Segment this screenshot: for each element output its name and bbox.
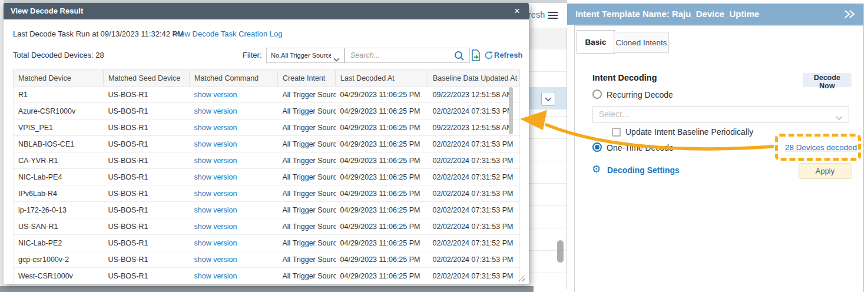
screen: fresh Intent Template Name: Raju_Device_…	[0, 0, 868, 292]
matched-command-cell: show version	[190, 120, 278, 136]
matched-command-cell: show version	[190, 218, 278, 235]
show-version-link[interactable]: show version	[194, 190, 237, 198]
column-header[interactable]: Baseline Data Updated At	[428, 70, 520, 87]
column-header[interactable]: Matched Device	[14, 70, 104, 87]
show-version-link[interactable]: show version	[194, 140, 237, 148]
last-decoded-cell: 04/29/2023 11:06:25 PM	[336, 235, 428, 251]
chevron-down-icon	[333, 54, 340, 64]
matched-device-cell: NBLAB-IOS-CE1	[14, 136, 104, 152]
table-row[interactable]: NBLAB-IOS-CE1US-BOS-R1show versionAll Tr…	[14, 136, 520, 152]
matched-command-cell: show version	[190, 268, 278, 284]
matched-device-cell: NIC-Lab-PE4	[14, 169, 104, 185]
table-row[interactable]: gcp-csr1000v-2US-BOS-R1show versionAll T…	[14, 251, 520, 268]
decode-table: Matched DeviceMatched Seed DeviceMatched…	[13, 69, 520, 284]
table-row[interactable]: US-SAN-R1US-BOS-R1show versionAll Trigge…	[14, 218, 520, 235]
column-header[interactable]: Last Decoded At	[336, 70, 428, 87]
devices-decoded-link[interactable]: 28 Devices decoded	[785, 143, 857, 152]
search-input[interactable]	[345, 48, 456, 62]
matched-device-cell: VPIS_PE1	[14, 120, 104, 136]
panel-header: Intent Template Name: Raju_Device_Uptime	[567, 4, 863, 25]
baseline-updated-cell: 09/22/2023 12:51:58 AM	[428, 87, 520, 103]
matched-device-cell: CA-YVR-R1	[14, 152, 104, 169]
table-row[interactable]: West-CSR1000vUS-BOS-R1show versionAll Tr…	[14, 268, 520, 284]
refresh-link[interactable]: Refresh	[494, 51, 522, 59]
show-version-link[interactable]: show version	[194, 256, 237, 264]
close-icon[interactable]: ×	[511, 5, 523, 17]
show-version-link[interactable]: show version	[194, 223, 237, 231]
last-decoded-cell: 04/29/2023 11:06:25 PM	[336, 185, 428, 202]
last-decoded-cell: 04/29/2023 11:06:25 PM	[336, 136, 428, 152]
matched-seed-device-cell: US-BOS-R1	[104, 120, 190, 136]
schedule-select-value: Select...	[599, 107, 629, 122]
column-header[interactable]: Matched Seed Device	[104, 70, 190, 87]
baseline-updated-cell: 02/02/2024 07:31:53 PM	[428, 202, 520, 218]
recurring-decode-radio[interactable]	[592, 89, 602, 99]
last-decoded-cell: 04/29/2023 11:06:25 PM	[336, 103, 428, 120]
decode-table-wrap: Matched DeviceMatched Seed DeviceMatched…	[13, 69, 519, 284]
creation-log-link[interactable]: View Decode Task Creation Log	[174, 29, 283, 38]
decode-now-button[interactable]: Decode Now	[803, 73, 852, 87]
matched-seed-device-cell: US-BOS-R1	[104, 202, 190, 218]
show-version-link[interactable]: show version	[194, 91, 237, 99]
matched-seed-device-cell: US-BOS-R1	[104, 152, 190, 169]
matched-seed-device-cell: US-BOS-R1	[104, 251, 190, 268]
matched-command-cell: show version	[190, 152, 278, 169]
filter-label: Filter:	[243, 51, 262, 59]
baseline-updated-cell: 02/02/2024 07:31:52 PM	[428, 169, 520, 185]
table-row[interactable]: VPIS_PE1US-BOS-R1show versionAll Trigger…	[14, 120, 520, 136]
background-scrollbar-thumb[interactable]	[557, 240, 564, 263]
row-expand-button[interactable]	[541, 92, 555, 106]
table-row[interactable]: IPv6Lab-R4US-BOS-R1show versionAll Trigg…	[14, 185, 520, 202]
create-intent-cell: All Trigger Sourc...	[278, 268, 336, 284]
intent-panel: Intent Template Name: Raju_Device_Uptime…	[567, 0, 868, 292]
matched-device-cell: ip-172-26-0-13	[14, 202, 104, 218]
matched-device-cell: gcp-csr1000v-2	[14, 251, 104, 268]
decode-table-head-row: Matched DeviceMatched Seed DeviceMatched…	[14, 70, 520, 87]
update-baseline-label: Update Intent Baseline Periodically	[625, 127, 753, 137]
show-version-link[interactable]: show version	[194, 239, 237, 247]
matched-seed-device-cell: US-BOS-R1	[104, 218, 190, 235]
one-time-decode-radio[interactable]	[592, 142, 602, 152]
show-version-link[interactable]: show version	[194, 173, 237, 181]
filter-select[interactable]: No,All Trigger Sources,Auto In...	[266, 48, 344, 63]
one-time-decode-label: One-Time Decode	[607, 143, 674, 152]
table-row[interactable]: R1US-BOS-R1show versionAll Trigger Sourc…	[14, 87, 520, 103]
create-intent-cell: All Trigger Sourc...	[278, 103, 336, 120]
tab-basic[interactable]: Basic	[577, 30, 615, 54]
last-decoded-cell: 04/29/2023 11:06:25 PM	[336, 169, 428, 185]
show-version-link[interactable]: show version	[194, 107, 237, 115]
matched-command-cell: show version	[190, 103, 278, 120]
background-list-header	[528, 28, 566, 50]
table-row[interactable]: Azure-CSR1000vUS-BOS-R1show versionAll T…	[14, 103, 520, 120]
baseline-updated-cell: 02/02/2024 07:31:53 PM	[428, 103, 520, 120]
column-header[interactable]: Create Intent	[278, 70, 336, 87]
baseline-updated-cell: 09/22/2023 12:51:58 AM	[428, 120, 520, 136]
recurring-decode-label: Recurring Decode	[607, 90, 673, 99]
apply-button[interactable]: Apply	[799, 163, 852, 179]
tab-cloned-intents[interactable]: Cloned Intents	[614, 32, 669, 53]
show-version-link[interactable]: show version	[194, 272, 237, 280]
column-header[interactable]: Matched Command	[190, 70, 278, 87]
dialog-header[interactable]: View Decode Result ×	[4, 3, 529, 19]
show-version-link[interactable]: show version	[194, 157, 237, 165]
matched-command-cell: show version	[190, 169, 278, 185]
table-row[interactable]: CA-YVR-R1US-BOS-R1show versionAll Trigge…	[14, 152, 520, 169]
matched-device-cell: US-SAN-R1	[14, 218, 104, 235]
table-row[interactable]: NIC-Lab-PE2US-BOS-R1show versionAll Trig…	[14, 235, 520, 251]
refresh-icon[interactable]	[484, 51, 493, 62]
create-intent-cell: All Trigger Sourc...	[278, 202, 336, 218]
double-chevron-right-icon[interactable]	[843, 9, 856, 22]
export-icon[interactable]	[471, 49, 481, 64]
table-row[interactable]: ip-172-26-0-13US-BOS-R1show versionAll T…	[14, 202, 520, 218]
show-version-link[interactable]: show version	[194, 124, 237, 132]
menu-icon[interactable]	[548, 12, 558, 19]
show-version-link[interactable]: show version	[194, 206, 237, 214]
update-baseline-checkbox[interactable]	[612, 128, 621, 137]
table-row[interactable]: NIC-Lab-PE4US-BOS-R1show versionAll Trig…	[14, 169, 520, 185]
chevron-down-icon	[836, 112, 843, 123]
decoding-settings-link[interactable]: Decoding Settings	[607, 165, 680, 175]
schedule-select[interactable]: Select...	[592, 106, 849, 123]
search-icon[interactable]	[454, 51, 465, 64]
baseline-updated-cell: 02/02/2024 07:31:52 PM	[428, 235, 520, 251]
table-scrollbar-thumb[interactable]	[509, 87, 513, 134]
